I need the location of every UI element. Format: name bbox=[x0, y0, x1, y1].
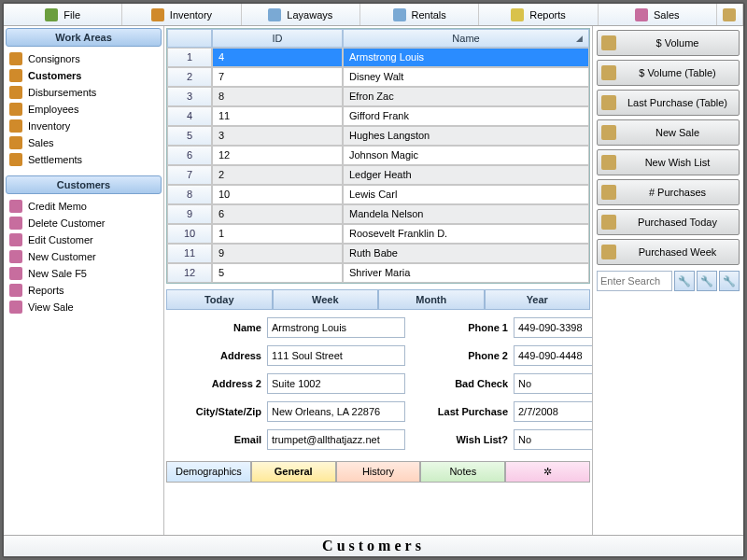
field-wishlist[interactable] bbox=[514, 429, 592, 450]
menu-layaways[interactable]: Layaways bbox=[242, 4, 360, 25]
work-area-item[interactable]: Sales bbox=[7, 134, 160, 151]
tab-notes[interactable]: Notes bbox=[420, 461, 505, 483]
nav-icon bbox=[9, 267, 22, 280]
grid-header-rownum[interactable] bbox=[167, 29, 212, 48]
tab-extra[interactable]: ✲ bbox=[505, 461, 590, 483]
menu-label: File bbox=[63, 9, 80, 21]
action-button[interactable]: # Purchases bbox=[597, 179, 740, 205]
button-icon bbox=[601, 215, 616, 230]
table-row[interactable]: 72Ledger Heath bbox=[167, 165, 589, 185]
label-lastpurchase: Last Purchase bbox=[415, 406, 508, 417]
bottom-tabs: Demographics General History Notes ✲ bbox=[166, 461, 590, 483]
customer-action-item[interactable]: View Sale bbox=[7, 299, 160, 315]
field-lastpurchase[interactable] bbox=[514, 401, 592, 422]
tab-year[interactable]: Year bbox=[485, 289, 591, 310]
table-row[interactable]: 96Mandela Nelson bbox=[167, 204, 589, 224]
cell-name: Shriver Maria bbox=[343, 263, 589, 283]
table-row[interactable]: 101Roosevelt Franklin D. bbox=[167, 224, 589, 244]
center-column: ID Name◢ 14Armstrong Louis27Disney Walt3… bbox=[164, 26, 592, 535]
table-row[interactable]: 612Johnson Magic bbox=[167, 146, 589, 165]
grid-header-name[interactable]: Name◢ bbox=[343, 29, 589, 48]
nav-icon bbox=[9, 217, 22, 230]
work-area-item[interactable]: Employees bbox=[7, 101, 160, 118]
label-wishlist: Wish List? bbox=[415, 434, 508, 445]
nav-icon bbox=[9, 119, 22, 133]
action-button[interactable]: Last Purchase (Table) bbox=[597, 90, 740, 116]
work-area-item[interactable]: Consignors bbox=[7, 50, 160, 67]
customer-action-item[interactable]: Credit Memo bbox=[7, 198, 160, 215]
action-button[interactable]: New Wish List bbox=[597, 149, 740, 175]
tab-week[interactable]: Week bbox=[273, 289, 379, 310]
cell-id: 11 bbox=[212, 106, 343, 126]
work-area-item[interactable]: Inventory bbox=[7, 118, 160, 134]
search-button-1[interactable]: 🔧 bbox=[674, 271, 695, 291]
menu-file[interactable]: File bbox=[4, 4, 122, 25]
search-button-2[interactable]: 🔧 bbox=[697, 271, 717, 291]
tab-general[interactable]: General bbox=[251, 461, 336, 483]
tool-icon: 🔧 bbox=[723, 275, 736, 287]
button-label: # Purchases bbox=[620, 187, 735, 198]
field-phone2[interactable] bbox=[514, 345, 592, 366]
inventory-icon bbox=[151, 8, 164, 21]
customer-action-item[interactable]: Edit Customer bbox=[7, 231, 160, 248]
cell-name: Mandela Nelson bbox=[343, 204, 589, 224]
cell-id: 1 bbox=[212, 224, 343, 244]
cell-name: Hughes Langston bbox=[343, 126, 589, 146]
nav-label: Disbursements bbox=[28, 87, 96, 98]
field-badcheck[interactable] bbox=[514, 373, 592, 394]
cell-name: Lewis Carl bbox=[343, 185, 589, 204]
table-row[interactable]: 810Lewis Carl bbox=[167, 185, 589, 204]
action-button[interactable]: Purchased Today bbox=[597, 209, 740, 235]
menubar: File Inventory Layaways Rentals Reports … bbox=[4, 4, 743, 26]
nav-icon bbox=[9, 284, 22, 297]
cell-id: 12 bbox=[212, 146, 343, 165]
nav-icon bbox=[9, 153, 22, 166]
grid-header-id[interactable]: ID bbox=[212, 29, 343, 48]
field-address[interactable] bbox=[267, 345, 405, 366]
cell-id: 4 bbox=[212, 48, 343, 67]
field-email[interactable] bbox=[267, 429, 405, 450]
menu-sales[interactable]: Sales bbox=[599, 4, 717, 25]
table-row[interactable]: 14Armstrong Louis bbox=[167, 48, 589, 67]
button-icon bbox=[601, 245, 616, 259]
action-button[interactable]: Purchased Week bbox=[597, 239, 740, 265]
table-row[interactable]: 27Disney Walt bbox=[167, 67, 589, 87]
button-label: New Wish List bbox=[620, 157, 735, 168]
table-row[interactable]: 411Gifford Frank bbox=[167, 106, 589, 126]
tab-today[interactable]: Today bbox=[166, 289, 273, 310]
work-area-item[interactable]: Disbursements bbox=[7, 84, 160, 101]
detail-form: Name Address Address 2 City/State/Zip Em… bbox=[164, 312, 592, 459]
nav-icon bbox=[9, 86, 22, 99]
customer-action-item[interactable]: New Customer bbox=[7, 248, 160, 265]
action-button[interactable]: $ Volume (Table) bbox=[597, 60, 740, 86]
search-button-3[interactable]: 🔧 bbox=[719, 271, 740, 291]
menu-overflow[interactable] bbox=[717, 4, 743, 25]
customer-action-item[interactable]: New Sale F5 bbox=[7, 265, 160, 282]
table-row[interactable]: 38Efron Zac bbox=[167, 87, 589, 106]
field-name[interactable] bbox=[267, 317, 405, 338]
menu-rentals[interactable]: Rentals bbox=[360, 4, 479, 25]
tab-month[interactable]: Month bbox=[378, 289, 485, 310]
button-label: $ Volume bbox=[620, 37, 735, 49]
work-area-item[interactable]: Settlements bbox=[7, 151, 160, 168]
field-phone1[interactable] bbox=[514, 317, 592, 338]
table-row[interactable]: 53Hughes Langston bbox=[167, 126, 589, 146]
menu-inventory[interactable]: Inventory bbox=[122, 4, 241, 25]
nav-label: Credit Memo bbox=[28, 201, 87, 212]
menu-reports[interactable]: Reports bbox=[479, 4, 598, 25]
action-button[interactable]: $ Volume bbox=[597, 30, 740, 56]
customer-action-item[interactable]: Reports bbox=[7, 282, 160, 299]
field-csz[interactable] bbox=[267, 401, 405, 422]
tab-demographics[interactable]: Demographics bbox=[166, 461, 251, 483]
tab-history[interactable]: History bbox=[336, 461, 421, 483]
work-area-item[interactable]: Customers bbox=[7, 67, 160, 84]
action-button[interactable]: New Sale bbox=[597, 119, 740, 146]
nav-label: Inventory bbox=[28, 120, 70, 132]
customer-action-item[interactable]: Delete Customer bbox=[7, 215, 160, 231]
table-row[interactable]: 119Ruth Babe bbox=[167, 244, 589, 263]
label-csz: City/State/Zip bbox=[168, 406, 261, 417]
search-input[interactable] bbox=[597, 271, 672, 291]
row-number: 9 bbox=[167, 204, 212, 224]
field-address2[interactable] bbox=[267, 373, 405, 394]
table-row[interactable]: 125Shriver Maria bbox=[167, 263, 589, 283]
